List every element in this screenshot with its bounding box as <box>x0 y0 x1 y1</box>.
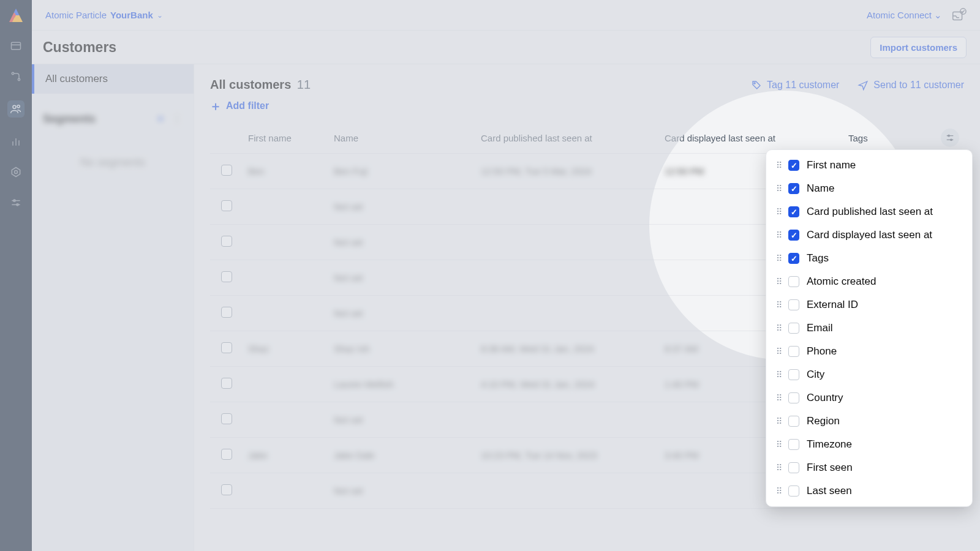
row-checkbox[interactable] <box>221 271 232 282</box>
atomic-connect-link[interactable]: Atomic Connect ⌄ <box>867 10 942 21</box>
cell-first-name: Ben <box>243 154 329 189</box>
column-picker-label: External ID <box>807 299 858 311</box>
column-picker-checkbox[interactable] <box>788 160 799 171</box>
col-first-name[interactable]: First name <box>243 122 329 154</box>
row-checkbox[interactable] <box>221 378 232 389</box>
send-to-customers-button[interactable]: Send to 11 customer <box>858 80 964 91</box>
sidebar-all-customers[interactable]: All customers <box>32 64 194 94</box>
cell-card-published <box>476 260 660 296</box>
column-picker-option[interactable]: ⠿ Last seen <box>766 479 972 503</box>
column-picker-option[interactable]: ⠿ First name <box>766 154 972 177</box>
cell-name: Not set <box>329 225 476 260</box>
tag-customers-button[interactable]: Tag 11 customer <box>751 80 839 91</box>
column-picker-checkbox[interactable] <box>788 369 799 380</box>
drag-handle-icon[interactable]: ⠿ <box>776 230 781 240</box>
column-picker-option[interactable]: ⠿ Region <box>766 410 972 433</box>
column-picker-label: Atomic created <box>807 276 876 288</box>
column-picker-checkbox[interactable] <box>788 206 799 217</box>
column-picker-option[interactable]: ⠿ Tags <box>766 247 972 270</box>
row-checkbox[interactable] <box>221 342 232 353</box>
cell-card-published <box>476 402 660 438</box>
column-picker-menu[interactable]: ⠿ First name ⠿ Name ⠿ Card published las… <box>766 149 973 507</box>
list-title-text: All customers <box>210 78 291 91</box>
cell-name: Not set <box>329 473 476 509</box>
column-picker-option[interactable]: ⠿ External ID <box>766 293 972 317</box>
column-picker-option[interactable]: ⠿ Card displayed last seen at <box>766 223 972 247</box>
column-picker-checkbox[interactable] <box>788 276 799 287</box>
cell-first-name <box>243 260 329 296</box>
cell-name: Jake Dale <box>329 438 476 473</box>
drag-handle-icon[interactable]: ⠿ <box>776 347 781 356</box>
col-card-displayed[interactable]: Card displayed last seen at <box>660 122 843 154</box>
segments-more-icon[interactable]: ⋮ <box>172 112 183 126</box>
column-picker-checkbox[interactable] <box>788 299 799 310</box>
drag-handle-icon[interactable]: ⠿ <box>776 253 781 263</box>
content: All customers Segments ⋮ No segments All… <box>32 64 980 551</box>
col-card-published[interactable]: Card published last seen at <box>476 122 660 154</box>
drag-handle-icon[interactable]: ⠿ <box>776 323 781 333</box>
column-picker-checkbox[interactable] <box>788 183 799 194</box>
add-filter-button[interactable]: ＋ Add filter <box>194 98 980 122</box>
cell-card-published: 10:23 PM, Tue 14 Nov, 2023 <box>476 438 660 473</box>
column-picker-option[interactable]: ⠿ Timezone <box>766 433 972 456</box>
drag-handle-icon[interactable]: ⠿ <box>776 207 781 217</box>
row-checkbox[interactable] <box>221 413 232 424</box>
cell-name: Not set <box>329 189 476 225</box>
drag-handle-icon[interactable]: ⠿ <box>776 393 781 403</box>
inbox-status-icon[interactable] <box>951 7 967 23</box>
column-picker-option[interactable]: ⠿ Email <box>766 317 972 340</box>
nav-rail <box>0 0 32 551</box>
column-picker-checkbox[interactable] <box>788 485 799 497</box>
drag-handle-icon[interactable]: ⠿ <box>776 184 781 193</box>
nav-settings-icon[interactable] <box>9 165 23 179</box>
drag-handle-icon[interactable]: ⠿ <box>776 463 781 473</box>
drag-handle-icon[interactable]: ⠿ <box>776 300 781 310</box>
column-picker-checkbox[interactable] <box>788 253 799 264</box>
column-picker-checkbox[interactable] <box>788 416 799 427</box>
column-picker-option[interactable]: ⠿ Atomic created <box>766 270 972 293</box>
nav-flows-icon[interactable] <box>9 70 23 83</box>
column-picker-option[interactable]: ⠿ Name <box>766 177 972 200</box>
chevron-down-icon: ⌄ <box>934 10 942 21</box>
column-picker-option[interactable]: ⠿ Country <box>766 386 972 410</box>
row-checkbox[interactable] <box>221 484 232 495</box>
nav-cards-icon[interactable] <box>9 39 23 53</box>
column-settings-button[interactable] <box>941 129 959 147</box>
drag-handle-icon[interactable]: ⠿ <box>776 277 781 287</box>
col-tags[interactable]: Tags <box>843 122 933 154</box>
column-picker-checkbox[interactable] <box>788 323 799 334</box>
column-picker-option[interactable]: ⠿ Card published last seen at <box>766 200 972 223</box>
column-picker-option[interactable]: ⠿ Phone <box>766 340 972 363</box>
row-checkbox[interactable] <box>221 200 232 211</box>
nav-customers-icon[interactable] <box>7 100 24 118</box>
column-picker-label: Card published last seen at <box>807 206 933 218</box>
main-area: Atomic Particle YourBank ⌄ Atomic Connec… <box>32 0 980 551</box>
send-to-customers-label: Send to 11 customer <box>873 80 964 91</box>
svg-rect-0 <box>12 42 21 50</box>
column-picker-option[interactable]: ⠿ First seen <box>766 456 972 479</box>
cell-card-published <box>476 473 660 509</box>
drag-handle-icon[interactable]: ⠿ <box>776 160 781 170</box>
nav-analytics-icon[interactable] <box>9 135 23 148</box>
column-picker-option[interactable]: ⠿ City <box>766 363 972 386</box>
column-picker-checkbox[interactable] <box>788 462 799 473</box>
drag-handle-icon[interactable]: ⠿ <box>776 440 781 449</box>
nav-sliders-icon[interactable] <box>9 196 23 209</box>
cell-card-published: 4:10 PM, Wed 31 Jan, 2024 <box>476 367 660 402</box>
row-checkbox[interactable] <box>221 307 232 318</box>
row-checkbox[interactable] <box>221 165 232 176</box>
breadcrumb[interactable]: Atomic Particle YourBank ⌄ <box>45 10 163 20</box>
column-picker-checkbox[interactable] <box>788 346 799 357</box>
drag-handle-icon[interactable]: ⠿ <box>776 486 781 496</box>
drag-handle-icon[interactable]: ⠿ <box>776 370 781 380</box>
no-segments-placeholder: No segments <box>32 132 194 193</box>
row-checkbox[interactable] <box>221 236 232 247</box>
column-picker-checkbox[interactable] <box>788 439 799 450</box>
drag-handle-icon[interactable]: ⠿ <box>776 416 781 426</box>
column-picker-checkbox[interactable] <box>788 392 799 403</box>
import-customers-button[interactable]: Import customers <box>870 37 967 58</box>
col-name[interactable]: Name <box>329 122 476 154</box>
svg-marker-9 <box>12 168 20 177</box>
column-picker-checkbox[interactable] <box>788 230 799 241</box>
row-checkbox[interactable] <box>221 449 232 460</box>
